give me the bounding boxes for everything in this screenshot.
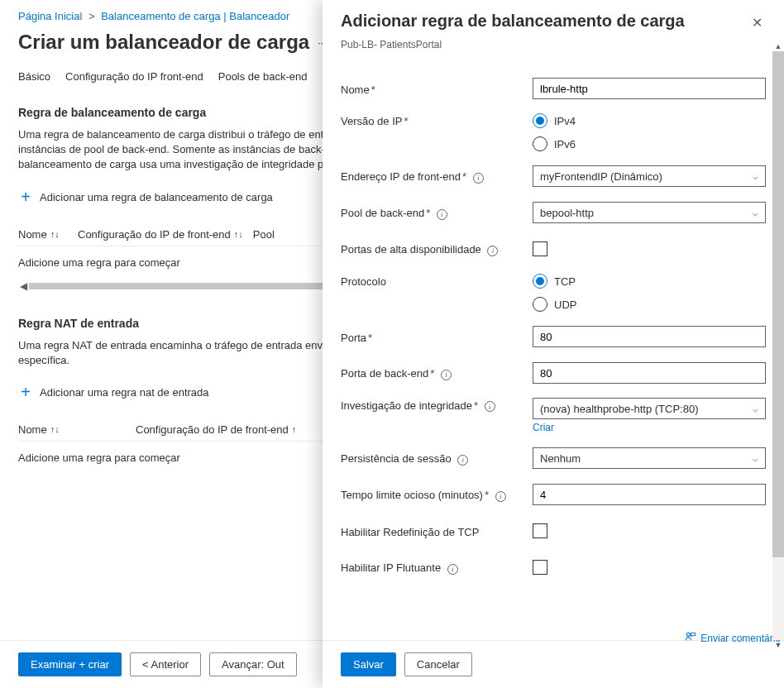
feedback-link[interactable]: Enviar comentário: [685, 631, 781, 645]
sort-icon: ↑↓: [234, 229, 243, 239]
radio-tcp[interactable]: TCP: [533, 274, 766, 289]
label-feip: Endereço IP de front-end*: [341, 169, 533, 183]
close-icon[interactable]: ✕: [748, 12, 766, 34]
col-frontend[interactable]: Configuração do IP de front-end ↑↓: [78, 228, 243, 241]
label-ipver: Versão de IP*: [341, 113, 533, 127]
prev-button[interactable]: < Anterior: [130, 652, 201, 676]
panel-title: Adicionar regra de balanceamento de carg…: [341, 12, 748, 31]
health-probe-dropdown[interactable]: (nova) healthprobe-http (TCP:80)⌵: [533, 398, 766, 419]
feedback-label: Enviar comentário: [700, 633, 781, 644]
col-frontend-label: Configuração do IP de front-end: [78, 228, 231, 241]
chevron-down-icon: ⌵: [753, 171, 758, 182]
info-icon[interactable]: [487, 246, 498, 256]
label-probe: Investigação de integridade*: [341, 398, 533, 412]
port-input[interactable]: [533, 326, 766, 347]
tab-basic[interactable]: Básico: [18, 65, 50, 88]
radio-ipv6-label: IPv6: [554, 138, 576, 150]
label-protocol: Protocolo: [341, 274, 533, 288]
add-rule-panel: Adicionar regra de balanceamento de carg…: [323, 0, 784, 688]
nat-col-name-label: Nome: [18, 423, 47, 436]
radio-ipv4[interactable]: IPv4: [533, 113, 766, 128]
sort-icon: ↑↓: [50, 424, 60, 434]
col-name[interactable]: Nome ↑↓: [18, 228, 68, 241]
label-tcprst: Habilitar Redefinição de TCP: [341, 524, 533, 538]
page-title: Criar um balanceador de carga: [18, 31, 309, 54]
radio-tcp-label: TCP: [554, 275, 576, 288]
vscroll-track[interactable]: [772, 51, 784, 640]
info-icon[interactable]: [457, 455, 468, 466]
floating-ip-checkbox[interactable]: [533, 560, 547, 575]
backend-port-input[interactable]: [533, 362, 766, 384]
save-button[interactable]: Salvar: [341, 652, 396, 676]
info-icon[interactable]: [485, 401, 495, 412]
tcp-reset-checkbox[interactable]: [533, 523, 547, 538]
svg-rect-1: [691, 633, 696, 636]
scroll-down-icon[interactable]: ▼: [775, 640, 782, 650]
cancel-button[interactable]: Cancelar: [404, 652, 472, 676]
plus-icon: +: [18, 188, 33, 207]
radio-udp-label: UDP: [554, 299, 576, 311]
col-name-label: Nome: [18, 228, 47, 241]
sort-icon: ↑: [292, 424, 297, 434]
label-beport: Porta de back-end*: [341, 366, 533, 380]
radio-ipv6[interactable]: IPv6: [533, 136, 766, 151]
info-icon[interactable]: [473, 173, 484, 184]
breadcrumb-home[interactable]: Página Inicial: [18, 10, 82, 22]
col-pool-label: Pool: [253, 228, 275, 241]
nat-col-frontend-label: Configuração do IP de front-end: [136, 423, 289, 436]
tab-backend-pools[interactable]: Pools de back-end: [218, 65, 308, 88]
svg-point-0: [687, 633, 691, 636]
person-feedback-icon: [685, 631, 696, 645]
review-create-button[interactable]: Examinar + criar: [18, 652, 122, 676]
radio-ipv4-label: IPv4: [554, 115, 576, 127]
idle-timeout-input[interactable]: [533, 484, 766, 505]
ha-ports-checkbox[interactable]: [533, 241, 547, 256]
chevron-down-icon: ⌵: [753, 404, 758, 414]
label-haports: Portas de alta disponibilidade: [341, 241, 533, 256]
add-lb-rule-label: Adicionar uma regra de balanceamento de …: [40, 191, 273, 203]
plus-icon: +: [18, 383, 33, 402]
radio-udp[interactable]: UDP: [533, 297, 766, 312]
chevron-down-icon: ⌵: [753, 208, 758, 218]
label-floatip: Habilitar IP Flutuante: [341, 560, 533, 574]
breadcrumb-sep: >: [88, 10, 95, 22]
scroll-up-icon[interactable]: ▲: [775, 41, 782, 51]
next-button[interactable]: Avançar: Out: [209, 652, 297, 676]
info-icon[interactable]: [495, 491, 506, 502]
panel-subtitle: Pub-LB- PatientsPortal: [323, 39, 784, 60]
frontend-ip-dropdown[interactable]: myFrontendIP (Dinâmico)⌵: [533, 165, 766, 187]
panel-scrollbar[interactable]: ▲ ▼: [772, 41, 784, 650]
info-icon[interactable]: [437, 209, 447, 220]
scroll-left-icon[interactable]: ◀: [18, 280, 29, 292]
label-idle: Tempo limite ocioso (minutos)*: [341, 487, 533, 501]
breadcrumb-lb[interactable]: Balanceamento de carga | Balanceador: [101, 10, 289, 22]
add-nat-rule-label: Adicionar uma regra nat de entrada: [40, 386, 209, 399]
label-persist: Persistência de sessão: [341, 451, 533, 465]
vscroll-thumb[interactable]: [772, 51, 784, 557]
info-icon[interactable]: [447, 564, 458, 575]
sort-icon: ↑↓: [50, 229, 60, 239]
nat-col-frontend[interactable]: Configuração do IP de front-end ↑: [136, 423, 296, 436]
label-name: Nome*: [341, 82, 533, 96]
label-bepool: Pool de back-end*: [341, 205, 533, 219]
chevron-down-icon: ⌵: [753, 453, 758, 464]
name-input[interactable]: [533, 78, 766, 99]
nat-col-name[interactable]: Nome ↑↓: [18, 423, 126, 436]
info-icon[interactable]: [441, 370, 452, 380]
tab-frontend-ip[interactable]: Configuração do IP front-end: [65, 65, 203, 88]
create-probe-link[interactable]: Criar: [533, 422, 554, 433]
col-pool[interactable]: Pool: [253, 228, 275, 241]
session-persistence-dropdown[interactable]: Nenhum⌵: [533, 447, 766, 469]
backend-pool-dropdown[interactable]: bepool-http⌵: [533, 202, 766, 223]
label-port: Porta*: [341, 330, 533, 344]
